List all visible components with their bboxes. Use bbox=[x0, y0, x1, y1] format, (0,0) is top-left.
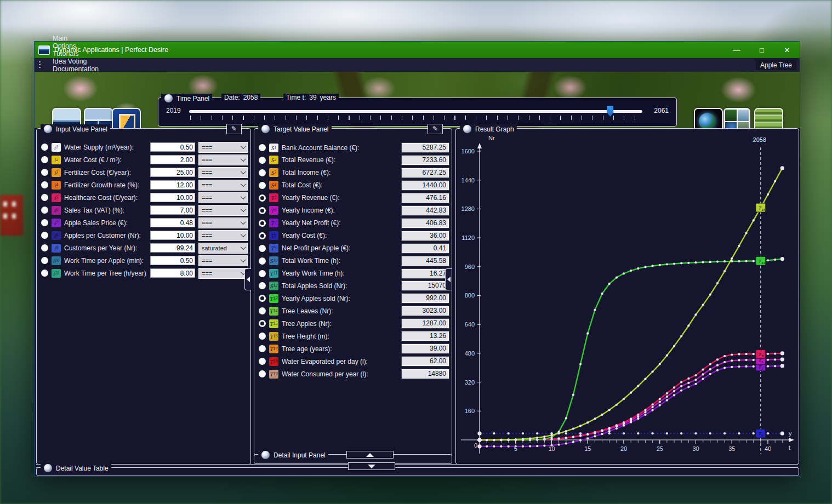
time-slider-thumb[interactable] bbox=[607, 106, 613, 117]
svg-text:320: 320 bbox=[465, 379, 475, 386]
maximize-button[interactable]: □ bbox=[749, 42, 774, 58]
svg-text:25: 25 bbox=[657, 445, 663, 452]
row-label: Total Work Time (h): bbox=[282, 257, 398, 265]
row-radio[interactable] bbox=[41, 207, 48, 214]
row-radio[interactable] bbox=[259, 257, 266, 265]
mode-dropdown[interactable]: === bbox=[198, 255, 248, 266]
input-value-field[interactable] bbox=[150, 168, 195, 177]
mode-dropdown[interactable]: === bbox=[198, 205, 248, 216]
menu-item-tutorials[interactable]: Tutorials bbox=[45, 50, 106, 58]
row-radio[interactable] bbox=[259, 370, 266, 377]
mode-dropdown[interactable]: === bbox=[198, 217, 248, 228]
row-radio[interactable] bbox=[259, 320, 266, 327]
input-panel-edit-icon[interactable]: ✎ bbox=[226, 124, 242, 134]
row-radio[interactable] bbox=[41, 232, 48, 239]
menu-item-main[interactable]: Main bbox=[45, 35, 106, 42]
detail-input-expand-button[interactable] bbox=[346, 451, 394, 459]
mode-dropdown[interactable]: === bbox=[198, 167, 248, 178]
row-radio[interactable] bbox=[259, 144, 266, 151]
mode-dropdown[interactable]: saturated bbox=[198, 243, 248, 254]
row-label: Total Revenue (€): bbox=[282, 156, 398, 164]
input-value-field[interactable] bbox=[150, 205, 195, 215]
row-radio[interactable] bbox=[41, 244, 48, 251]
row-radio[interactable] bbox=[41, 257, 48, 264]
variable-icon-i7: i7 bbox=[52, 219, 61, 227]
input-row-i2: i2Water Cost (€ / m³):=== bbox=[41, 154, 248, 165]
titlebar[interactable]: Dynamic Applications | Perfect Desire — … bbox=[35, 42, 800, 58]
variable-icon-T16: T16 bbox=[269, 332, 278, 341]
variable-icon-S2: S2 bbox=[269, 156, 278, 164]
target-value-display: 476.16 bbox=[402, 193, 449, 203]
mode-dropdown[interactable]: === bbox=[198, 154, 248, 165]
input-value-field[interactable] bbox=[150, 268, 195, 278]
target-value-panel: Target Value Panel ✎ S1Bank Account Bala… bbox=[254, 128, 452, 455]
row-radio[interactable] bbox=[259, 182, 266, 189]
detail-table-collapse-button[interactable] bbox=[348, 462, 395, 470]
row-radio[interactable] bbox=[259, 345, 266, 352]
result-graph-panel: Result Graph 2058Nrty0160320480640800960… bbox=[455, 128, 799, 465]
minimize-button[interactable]: — bbox=[724, 42, 749, 58]
menu-grip-icon[interactable] bbox=[39, 61, 41, 69]
menu-item-options[interactable]: Options bbox=[45, 42, 106, 50]
variable-icon-i1: i1 bbox=[52, 143, 61, 152]
input-value-field[interactable] bbox=[150, 243, 195, 253]
input-value-field[interactable] bbox=[150, 193, 195, 202]
input-value-field[interactable] bbox=[150, 256, 195, 265]
mode-dropdown[interactable]: === bbox=[198, 230, 248, 241]
target-row-T14: T14Tree Leaves (Nr):3023.00 bbox=[259, 306, 449, 316]
mode-dropdown[interactable]: === bbox=[198, 180, 248, 191]
row-radio[interactable] bbox=[41, 156, 48, 163]
row-radio[interactable] bbox=[259, 307, 266, 314]
input-value-field[interactable] bbox=[150, 155, 195, 164]
input-value-field[interactable] bbox=[150, 180, 195, 190]
row-radio[interactable] bbox=[259, 295, 266, 302]
row-radio[interactable] bbox=[41, 144, 48, 151]
row-label: Customers per Year (Nr): bbox=[64, 244, 147, 252]
row-radio[interactable] bbox=[259, 194, 266, 202]
variable-icon-T5: T5 bbox=[269, 193, 278, 202]
time-slider-track[interactable] bbox=[189, 110, 642, 113]
row-radio[interactable] bbox=[259, 157, 266, 164]
variable-icon-i3: i3 bbox=[52, 168, 61, 177]
row-label: Fertilizer Growth rate (%): bbox=[64, 181, 147, 189]
row-radio[interactable] bbox=[41, 181, 48, 188]
mode-dropdown[interactable]: === bbox=[198, 268, 248, 279]
input-panel-logo-icon bbox=[43, 124, 53, 134]
target-value-display: 1440.00 bbox=[402, 181, 449, 190]
time-slider-ruler bbox=[190, 116, 645, 120]
target-panel-edit-icon[interactable]: ✎ bbox=[428, 124, 443, 134]
row-radio[interactable] bbox=[259, 245, 266, 252]
time-panel: Time Panel Date: 2058 Time t: 39 years 2… bbox=[158, 98, 677, 127]
row-radio[interactable] bbox=[41, 194, 48, 201]
row-radio[interactable] bbox=[259, 333, 266, 340]
target-row-T19: T19Water Consumed per year (l):14880 bbox=[259, 369, 449, 379]
variable-icon-i11: i11 bbox=[52, 269, 61, 278]
close-button[interactable]: ✕ bbox=[774, 42, 800, 58]
input-value-field[interactable] bbox=[150, 231, 195, 240]
row-radio[interactable] bbox=[259, 220, 266, 227]
row-radio[interactable] bbox=[259, 232, 266, 239]
target-panel-logo-icon bbox=[261, 124, 270, 134]
row-radio[interactable] bbox=[259, 169, 266, 176]
row-label: Tree age (years): bbox=[282, 345, 398, 353]
menu-item-idea-voting[interactable]: Idea Voting bbox=[45, 58, 106, 65]
row-radio[interactable] bbox=[41, 219, 48, 226]
target-panel-collapse-tab[interactable] bbox=[445, 268, 452, 290]
row-radio[interactable] bbox=[259, 282, 266, 289]
input-panel-collapse-tab[interactable] bbox=[244, 268, 251, 290]
row-radio[interactable] bbox=[41, 169, 48, 176]
chevron-down-icon bbox=[241, 257, 246, 262]
row-radio[interactable] bbox=[259, 270, 266, 277]
row-radio[interactable] bbox=[41, 270, 48, 277]
input-value-field[interactable] bbox=[150, 142, 195, 152]
mode-dropdown[interactable]: === bbox=[198, 142, 248, 153]
variable-icon-T15: T15 bbox=[269, 319, 278, 328]
input-value-field[interactable] bbox=[150, 218, 195, 227]
target-row-T7: T7Yearly Net Profit (€):406.83 bbox=[259, 218, 449, 228]
target-value-display: 15070 bbox=[402, 281, 449, 290]
row-radio[interactable] bbox=[259, 358, 266, 365]
context-label: Apple Tree bbox=[756, 60, 796, 70]
row-radio[interactable] bbox=[259, 207, 266, 214]
input-row-i4: i4Fertilizer Growth rate (%):=== bbox=[41, 180, 248, 190]
mode-dropdown[interactable]: === bbox=[198, 192, 248, 203]
